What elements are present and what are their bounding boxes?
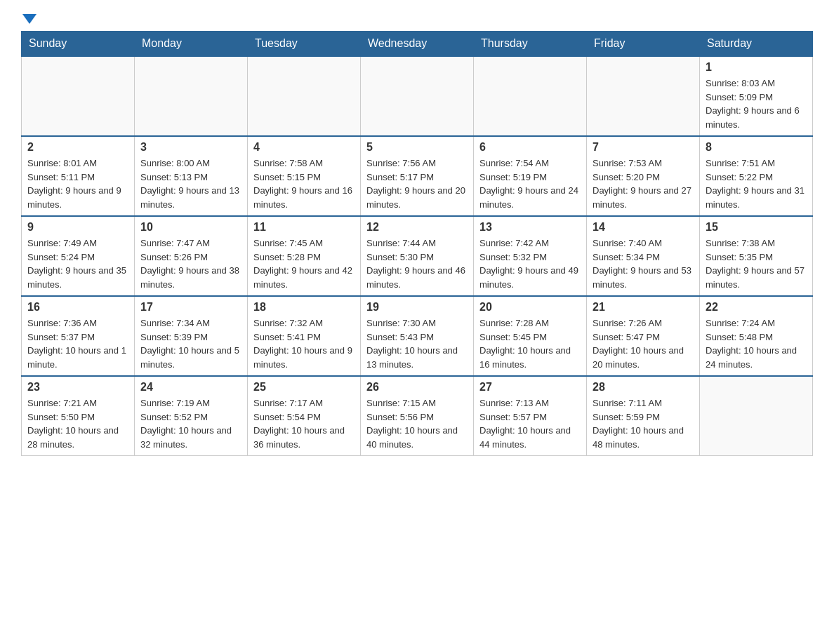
day-number: 10 [140,221,241,234]
day-info: Sunrise: 7:47 AM Sunset: 5:26 PM Dayligh… [140,236,241,291]
day-number: 4 [253,141,355,154]
week-row-5: 23Sunrise: 7:21 AM Sunset: 5:50 PM Dayli… [22,376,813,456]
day-number: 25 [253,381,355,394]
calendar-cell: 22Sunrise: 7:24 AM Sunset: 5:48 PM Dayli… [700,296,813,376]
day-info: Sunrise: 7:30 AM Sunset: 5:43 PM Dayligh… [366,316,468,371]
week-row-1: 1Sunrise: 8:03 AM Sunset: 5:09 PM Daylig… [22,56,813,136]
day-number: 18 [253,301,355,314]
calendar-cell: 8Sunrise: 7:51 AM Sunset: 5:22 PM Daylig… [700,136,813,216]
day-number: 28 [593,381,694,394]
weekday-header-row: SundayMondayTuesdayWednesdayThursdayFrid… [22,32,813,57]
day-info: Sunrise: 7:26 AM Sunset: 5:47 PM Dayligh… [593,316,694,371]
day-number: 9 [27,221,128,234]
day-number: 21 [593,301,694,314]
calendar-cell: 14Sunrise: 7:40 AM Sunset: 5:34 PM Dayli… [587,216,700,296]
day-number: 17 [140,301,241,314]
day-number: 6 [479,141,581,154]
day-info: Sunrise: 8:00 AM Sunset: 5:13 PM Dayligh… [140,156,241,211]
calendar-cell: 9Sunrise: 7:49 AM Sunset: 5:24 PM Daylig… [22,216,135,296]
calendar-cell: 24Sunrise: 7:19 AM Sunset: 5:52 PM Dayli… [135,376,248,456]
logo-triangle-icon [22,14,37,24]
day-number: 1 [706,61,807,74]
day-info: Sunrise: 7:38 AM Sunset: 5:35 PM Dayligh… [706,236,807,291]
calendar-cell: 21Sunrise: 7:26 AM Sunset: 5:47 PM Dayli… [587,296,700,376]
day-number: 26 [366,381,468,394]
day-info: Sunrise: 7:13 AM Sunset: 5:57 PM Dayligh… [479,396,581,451]
day-info: Sunrise: 7:49 AM Sunset: 5:24 PM Dayligh… [27,236,128,291]
calendar-cell: 18Sunrise: 7:32 AM Sunset: 5:41 PM Dayli… [248,296,361,376]
weekday-header-sunday: Sunday [22,32,135,57]
day-number: 13 [479,221,581,234]
week-row-3: 9Sunrise: 7:49 AM Sunset: 5:24 PM Daylig… [22,216,813,296]
day-number: 27 [479,381,581,394]
day-number: 19 [366,301,468,314]
day-info: Sunrise: 7:53 AM Sunset: 5:20 PM Dayligh… [593,156,694,211]
calendar-cell: 5Sunrise: 7:56 AM Sunset: 5:17 PM Daylig… [361,136,474,216]
day-info: Sunrise: 8:01 AM Sunset: 5:11 PM Dayligh… [27,156,128,211]
day-info: Sunrise: 7:56 AM Sunset: 5:17 PM Dayligh… [366,156,468,211]
weekday-header-tuesday: Tuesday [248,32,361,57]
weekday-header-thursday: Thursday [474,32,587,57]
day-info: Sunrise: 7:54 AM Sunset: 5:19 PM Dayligh… [479,156,581,211]
day-info: Sunrise: 8:03 AM Sunset: 5:09 PM Dayligh… [706,76,807,131]
calendar-cell: 16Sunrise: 7:36 AM Sunset: 5:37 PM Dayli… [22,296,135,376]
day-info: Sunrise: 7:34 AM Sunset: 5:39 PM Dayligh… [140,316,241,371]
day-number: 8 [706,141,807,154]
calendar-cell: 17Sunrise: 7:34 AM Sunset: 5:39 PM Dayli… [135,296,248,376]
day-number: 22 [706,301,807,314]
day-number: 15 [706,221,807,234]
day-number: 16 [27,301,128,314]
weekday-header-wednesday: Wednesday [361,32,474,57]
day-number: 2 [27,141,128,154]
calendar: SundayMondayTuesdayWednesdayThursdayFrid… [21,31,813,456]
calendar-cell [587,56,700,136]
day-info: Sunrise: 7:17 AM Sunset: 5:54 PM Dayligh… [253,396,355,451]
day-number: 7 [593,141,694,154]
calendar-cell: 26Sunrise: 7:15 AM Sunset: 5:56 PM Dayli… [361,376,474,456]
weekday-header-saturday: Saturday [700,32,813,57]
day-number: 5 [366,141,468,154]
calendar-cell: 3Sunrise: 8:00 AM Sunset: 5:13 PM Daylig… [135,136,248,216]
day-info: Sunrise: 7:45 AM Sunset: 5:28 PM Dayligh… [253,236,355,291]
day-number: 14 [593,221,694,234]
calendar-cell: 27Sunrise: 7:13 AM Sunset: 5:57 PM Dayli… [474,376,587,456]
calendar-cell: 12Sunrise: 7:44 AM Sunset: 5:30 PM Dayli… [361,216,474,296]
day-number: 12 [366,221,468,234]
day-number: 20 [479,301,581,314]
weekday-header-friday: Friday [587,32,700,57]
calendar-cell: 13Sunrise: 7:42 AM Sunset: 5:32 PM Dayli… [474,216,587,296]
header [21,14,813,24]
day-info: Sunrise: 7:15 AM Sunset: 5:56 PM Dayligh… [366,396,468,451]
calendar-cell [22,56,135,136]
calendar-cell: 25Sunrise: 7:17 AM Sunset: 5:54 PM Dayli… [248,376,361,456]
day-info: Sunrise: 7:24 AM Sunset: 5:48 PM Dayligh… [706,316,807,371]
calendar-cell: 19Sunrise: 7:30 AM Sunset: 5:43 PM Dayli… [361,296,474,376]
week-row-2: 2Sunrise: 8:01 AM Sunset: 5:11 PM Daylig… [22,136,813,216]
calendar-cell: 11Sunrise: 7:45 AM Sunset: 5:28 PM Dayli… [248,216,361,296]
day-info: Sunrise: 7:58 AM Sunset: 5:15 PM Dayligh… [253,156,355,211]
day-info: Sunrise: 7:11 AM Sunset: 5:59 PM Dayligh… [593,396,694,451]
weekday-header-monday: Monday [135,32,248,57]
logo [21,14,37,24]
day-number: 23 [27,381,128,394]
day-info: Sunrise: 7:36 AM Sunset: 5:37 PM Dayligh… [27,316,128,371]
calendar-cell: 7Sunrise: 7:53 AM Sunset: 5:20 PM Daylig… [587,136,700,216]
calendar-cell [700,376,813,456]
day-number: 24 [140,381,241,394]
day-info: Sunrise: 7:32 AM Sunset: 5:41 PM Dayligh… [253,316,355,371]
calendar-cell: 15Sunrise: 7:38 AM Sunset: 5:35 PM Dayli… [700,216,813,296]
day-info: Sunrise: 7:28 AM Sunset: 5:45 PM Dayligh… [479,316,581,371]
day-number: 11 [253,221,355,234]
calendar-cell [474,56,587,136]
calendar-cell: 28Sunrise: 7:11 AM Sunset: 5:59 PM Dayli… [587,376,700,456]
day-number: 3 [140,141,241,154]
calendar-cell [248,56,361,136]
day-info: Sunrise: 7:42 AM Sunset: 5:32 PM Dayligh… [479,236,581,291]
day-info: Sunrise: 7:40 AM Sunset: 5:34 PM Dayligh… [593,236,694,291]
day-info: Sunrise: 7:21 AM Sunset: 5:50 PM Dayligh… [27,396,128,451]
calendar-cell: 10Sunrise: 7:47 AM Sunset: 5:26 PM Dayli… [135,216,248,296]
calendar-cell: 20Sunrise: 7:28 AM Sunset: 5:45 PM Dayli… [474,296,587,376]
calendar-cell: 23Sunrise: 7:21 AM Sunset: 5:50 PM Dayli… [22,376,135,456]
day-info: Sunrise: 7:19 AM Sunset: 5:52 PM Dayligh… [140,396,241,451]
day-info: Sunrise: 7:51 AM Sunset: 5:22 PM Dayligh… [706,156,807,211]
